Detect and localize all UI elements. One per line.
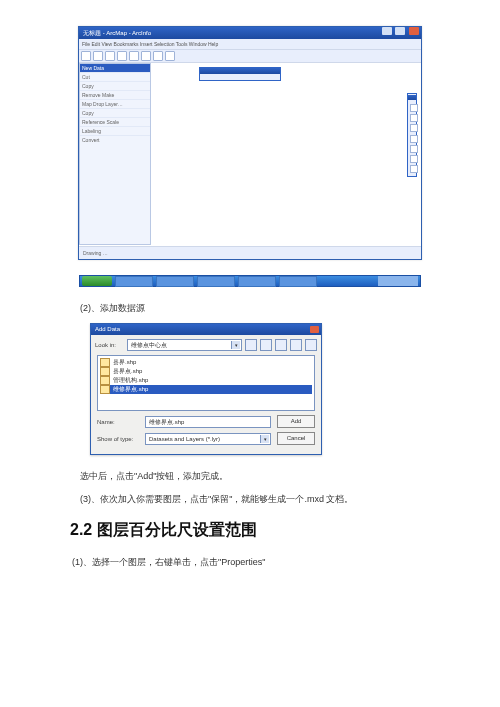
shapefile-icon [100,376,110,385]
right-toolbox [407,93,417,177]
tool-icon[interactable] [141,51,151,61]
context-menu-item[interactable]: Reference Scale [80,117,150,126]
tool-icon[interactable] [153,51,163,61]
list-item[interactable]: 县界点.shp [100,367,312,376]
context-menu-item[interactable]: Convert [80,135,150,144]
add-data-dialog: Add Data Look in: 维修点中心点 ▾ 县界.shp [90,323,322,455]
list-item-label: 县界点.shp [113,367,142,376]
file-list-pane[interactable]: 县界.shp 县界点.shp 管理机构.shp 维修界点.shp [97,355,315,411]
section-heading: 2.2 图层百分比尺设置范围 [70,520,430,541]
cancel-button[interactable]: Cancel [277,432,315,445]
tool-icon[interactable] [81,51,91,61]
chevron-down-icon[interactable]: ▾ [260,435,269,443]
tool-icon[interactable] [410,114,418,122]
list-item[interactable]: 县界.shp [100,358,312,367]
floating-toolbar[interactable] [199,67,281,81]
shapefile-icon [100,358,110,367]
windows-taskbar [79,275,421,287]
step-1-text: (1)、选择一个图层，右键单击，点击"Properties" [72,555,420,569]
context-menu-item[interactable]: Map Drop Layer… [80,99,150,108]
shapefile-icon [100,367,110,376]
task-item[interactable] [238,276,276,287]
arcmap-window: 无标题 - ArcMap - ArcInfo File Edit View Bo… [78,26,422,260]
list-item-label: 管理机构.shp [113,376,148,385]
tool-icon[interactable] [410,124,418,132]
after-add-text: 选中后，点击"Add"按钮，添加完成。 [80,469,420,483]
task-item[interactable] [197,276,235,287]
tool-icon[interactable] [129,51,139,61]
chevron-down-icon[interactable]: ▾ [231,341,240,349]
context-menu-item[interactable]: Copy [80,81,150,90]
context-menu-item[interactable]: Remove Make [80,90,150,99]
name-label: Name: [97,419,145,425]
tool-icon[interactable] [410,155,418,163]
start-button[interactable] [82,276,112,286]
tool-icon[interactable] [105,51,115,61]
up-folder-icon[interactable] [245,339,257,351]
look-in-row: Look in: 维修点中心点 ▾ [91,335,321,353]
tool-icon[interactable] [410,104,418,112]
floating-toolbar-title [200,68,280,74]
tool-icon[interactable] [165,51,175,61]
step-3-text: (3)、依次加入你需要图层，点击"保留"，就能够生成一个.mxd 文档。 [80,492,420,506]
context-menu-item[interactable]: Cut [80,72,150,81]
task-item[interactable] [115,276,153,287]
look-in-value: 维修点中心点 [131,342,167,348]
list-item-label: 维修界点.shp [113,385,148,394]
list-item-label: 县界.shp [113,358,136,367]
maximize-icon[interactable] [395,27,405,35]
delete-folder-icon[interactable] [275,339,287,351]
toc-highlight-row[interactable]: New Data [80,64,150,72]
dialog-title-text: Add Data [95,324,120,335]
look-in-combo[interactable]: 维修点中心点 ▾ [127,339,242,351]
look-in-label: Look in: [95,342,127,348]
system-tray[interactable] [378,276,418,286]
close-icon[interactable] [310,326,319,333]
connect-folder-icon[interactable] [260,339,272,351]
task-item[interactable] [279,276,317,287]
type-value: Datasets and Layers (*.lyr) [149,436,220,442]
list-item-selected[interactable]: 维修界点.shp [100,385,312,394]
name-row: Name: 维修界点.shp Add [91,413,321,430]
task-item[interactable] [156,276,194,287]
arcmap-workarea: New Data Cut Copy Remove Make Map Drop L… [79,63,421,247]
arcmap-statusbar: Drawing … [79,246,421,259]
name-input[interactable]: 维修界点.shp [145,416,271,428]
arcmap-titlebar: 无标题 - ArcMap - ArcInfo [79,27,421,39]
step-2-heading: (2)、添加数据源 [80,301,420,315]
tool-icon[interactable] [410,135,418,143]
tool-icon[interactable] [93,51,103,61]
type-label: Show of type: [97,436,145,442]
tool-icon[interactable] [117,51,127,61]
minimize-icon[interactable] [382,27,392,35]
name-value: 维修界点.shp [149,419,184,425]
tool-icon[interactable] [410,145,418,153]
type-row: Show of type: Datasets and Layers (*.lyr… [91,430,321,447]
add-button[interactable]: Add [277,415,315,428]
arcmap-window-buttons [382,27,421,39]
shapefile-icon [100,385,110,394]
close-icon[interactable] [409,27,419,35]
dialog-titlebar: Add Data [91,324,321,335]
view-details-icon[interactable] [305,339,317,351]
tool-icon[interactable] [410,165,418,173]
arcmap-toolbar [79,50,421,63]
arcmap-menubar[interactable]: File Edit View Bookmarks Insert Selectio… [79,39,421,50]
right-toolbox-title [408,95,416,100]
arcmap-toc-panel: New Data Cut Copy Remove Make Map Drop L… [79,63,151,245]
context-menu-item[interactable]: Labeling [80,126,150,135]
type-combo[interactable]: Datasets and Layers (*.lyr) ▾ [145,433,271,445]
list-item[interactable]: 管理机构.shp [100,376,312,385]
view-list-icon[interactable] [290,339,302,351]
arcmap-title-text: 无标题 - ArcMap - ArcInfo [83,27,151,39]
context-menu-item[interactable]: Copy [80,108,150,117]
